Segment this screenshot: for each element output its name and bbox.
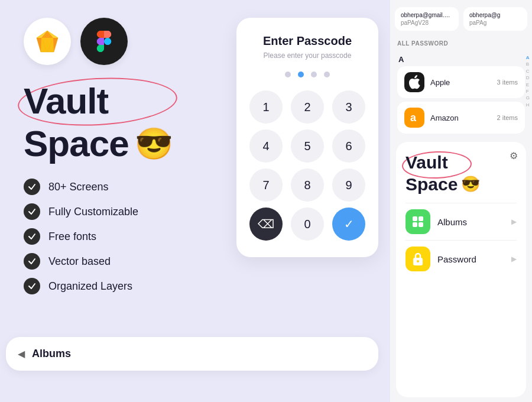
albums-app-icon	[406, 209, 430, 234]
feature-text-3: Free fonts	[48, 231, 96, 243]
svg-point-13	[417, 260, 419, 262]
amazon-icon: a	[404, 108, 424, 128]
alpha-e[interactable]: E	[526, 82, 530, 88]
albums-app-name: Albums	[437, 217, 504, 227]
passwords-section: ALL PASSWORD	[390, 37, 532, 55]
alpha-c[interactable]: C	[526, 69, 530, 74]
account-chip-1[interactable]: obherpa@gmail.com paPAgV28	[395, 7, 459, 31]
svg-marker-4	[37, 38, 41, 52]
vault-card-logo: Vault	[406, 154, 517, 171]
accounts-row: obherpa@gmail.com paPAgV28 obherpa@g paP…	[390, 0, 532, 37]
space-row: Space 😎	[24, 125, 213, 162]
key-7[interactable]: 7	[249, 168, 283, 202]
svg-rect-9	[419, 216, 423, 221]
account-email-1: obherpa@gmail.com	[401, 12, 453, 18]
vault-card-vault-text: Vault	[406, 154, 517, 171]
letter-group-a: A	[397, 55, 525, 64]
right-panel: obherpa@gmail.com paPAgV28 obherpa@g paP…	[390, 0, 532, 402]
check-icon-3	[24, 228, 40, 245]
check-icon-4	[24, 253, 40, 270]
alpha-container: A Apple 3 items a Amazon 2 items	[390, 55, 532, 137]
key-0[interactable]: 0	[291, 208, 324, 241]
vault-heading: Vault	[24, 83, 213, 119]
amazon-logo-icon: a	[408, 111, 421, 124]
key-8[interactable]: 8	[291, 168, 324, 202]
amazon-pw-name: Amazon	[430, 114, 491, 122]
vault-logo-container: Vault	[24, 83, 213, 119]
album-title: Albums	[32, 348, 71, 360]
key-confirm[interactable]: ✓	[332, 208, 365, 241]
dot-1	[285, 72, 291, 77]
feature-customizable: Fully Customizable	[24, 203, 213, 220]
apple-pw-count: 3 items	[497, 79, 518, 86]
key-1[interactable]: 1	[249, 90, 283, 124]
feature-text-2: Fully Customizable	[48, 206, 138, 218]
key-6[interactable]: 6	[332, 129, 365, 163]
sketch-logo	[24, 18, 71, 65]
check-icon-5	[24, 278, 40, 294]
logo-row	[24, 18, 213, 65]
vault-space-card: ⚙ Vault Space 😎 Albums ▶	[396, 142, 526, 397]
svg-rect-10	[413, 222, 417, 227]
passcode-dots	[285, 72, 330, 77]
svg-rect-8	[413, 216, 417, 221]
alpha-f[interactable]: F	[526, 89, 530, 95]
feature-fonts: Free fonts	[24, 228, 213, 245]
check-icon-1	[24, 179, 40, 195]
figma-logo	[80, 18, 128, 65]
brand-area: Vault Space 😎 80+ Screens	[0, 0, 231, 337]
check-icon-2	[24, 203, 40, 220]
passcode-subtitle: Please enter your passcode	[264, 51, 352, 60]
alpha-b[interactable]: B	[526, 61, 530, 67]
back-arrow-icon[interactable]: ◀	[18, 348, 25, 359]
key-9[interactable]: 9	[332, 168, 365, 202]
sunglasses-emoji: 😎	[135, 126, 173, 162]
dot-2	[298, 72, 304, 77]
passcode-title: Enter Passcode	[263, 34, 352, 48]
key-4[interactable]: 4	[249, 129, 283, 163]
album-card: ◀ Albums	[6, 337, 378, 371]
password-app-icon	[406, 247, 430, 271]
alphabet-index: A B C D E F G H	[526, 55, 530, 108]
feature-text-1: 80+ Screens	[48, 181, 109, 193]
numpad: 1 2 3 4 5 6 7 8 9 ⌫ 0 ✓	[248, 90, 366, 241]
key-3[interactable]: 3	[332, 90, 365, 124]
space-heading: Space	[24, 125, 129, 162]
dot-3	[311, 72, 317, 77]
alpha-a[interactable]: A	[526, 55, 530, 61]
feature-vector: Vector based	[24, 253, 213, 270]
key-2[interactable]: 2	[291, 90, 324, 124]
account-chip-2[interactable]: obherpa@g paPAg	[463, 7, 527, 31]
feature-layers: Organized Layers	[24, 278, 213, 294]
sketch-icon	[34, 30, 60, 53]
app-item-password[interactable]: Password ▶	[406, 240, 517, 277]
app-item-albums[interactable]: Albums ▶	[406, 203, 517, 240]
key-backspace[interactable]: ⌫	[249, 208, 283, 241]
figma-icon	[93, 31, 115, 52]
all-password-label: ALL PASSWORD	[397, 40, 525, 47]
password-lock-icon	[411, 251, 424, 267]
apple-pw-name: Apple	[430, 78, 491, 87]
password-item-amazon[interactable]: a Amazon 2 items	[397, 102, 525, 134]
albums-arrow-icon: ▶	[511, 218, 517, 226]
amazon-pw-count: 2 items	[497, 114, 518, 121]
password-app-name: Password	[437, 254, 504, 264]
alpha-d[interactable]: D	[526, 75, 530, 81]
key-5[interactable]: 5	[291, 129, 324, 163]
vault-card-emoji: 😎	[461, 175, 480, 193]
albums-icon	[411, 215, 425, 229]
dot-4	[324, 72, 330, 77]
feature-screens: 80+ Screens	[24, 179, 213, 195]
alpha-h[interactable]: H	[526, 102, 530, 108]
left-panel: Vault Space 😎 80+ Screens	[0, 0, 390, 402]
feature-text-5: Organized Layers	[48, 280, 132, 293]
feature-text-4: Vector based	[48, 255, 111, 268]
password-item-apple[interactable]: Apple 3 items	[397, 66, 525, 98]
account-email-2: obherpa@g	[469, 12, 521, 18]
passcode-area: Enter Passcode Please enter your passcod…	[231, 0, 390, 337]
apple-icon	[404, 72, 424, 92]
alpha-g[interactable]: G	[526, 95, 530, 101]
svg-rect-11	[419, 222, 423, 227]
account-id-2: paPAg	[469, 20, 521, 26]
features-list: 80+ Screens Fully Customizable Free font…	[24, 179, 213, 294]
